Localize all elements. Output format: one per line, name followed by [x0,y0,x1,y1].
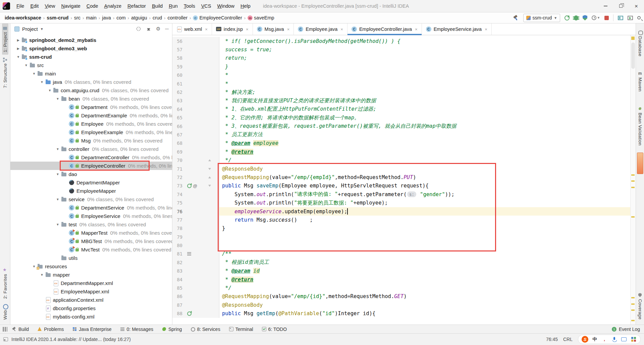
tree-row-utils[interactable]: utils [10,254,172,262]
tree-row-departmentexample[interactable]: DepartmentExample0% methods, 0% lines co… [10,111,172,120]
code-text[interactable]: * 2、它的作用; 将请求体中的数据解析包装成一个map。 [219,114,630,122]
spring-mapping-icon[interactable] [187,184,192,188]
tool-window-tab-database[interactable]: Database [637,27,643,59]
search-everywhere-icon[interactable] [637,16,641,19]
close-icon[interactable]: × [246,27,249,32]
menu-vcs[interactable]: VCS [198,2,214,10]
close-icon[interactable]: × [485,27,487,32]
tool-window-tab----project[interactable]: 1: Project [2,23,8,55]
editor-tab-index-jsp[interactable]: index.jsp× [212,23,253,35]
tree-expanded-icon[interactable]: ▼ [55,223,61,226]
tree-row-bean[interactable]: ▼bean0% classes, 0% lines covered [10,95,172,103]
tree-row-service[interactable]: ▼service0% classes, 0% lines covered [10,195,172,204]
spring-mapping-icon[interactable] [187,311,192,316]
code-text[interactable]: @RequestMapping(value="/emp/{empId}",met… [219,173,630,181]
tree-expanded-icon[interactable]: ▼ [23,63,30,67]
punctuation-icon[interactable]: ， [601,336,608,343]
profiler-button[interactable]: ▼ [592,15,600,20]
debug-bug-icon[interactable] [574,15,578,20]
tool-window-tab----structure[interactable]: 7: Structure [2,55,8,90]
code-text[interactable]: * 根据id查询员工 [219,258,630,267]
tree-row-employeeexample[interactable]: EmployeeExample0% methods, 0% lines cove… [10,128,172,136]
tool-window-icon[interactable] [618,16,623,20]
tool-window-button-6--todo[interactable]: 6: TODO [262,327,287,332]
tool-window-tab----favorites[interactable]: ★2: Favorites [2,265,8,301]
breadcrumb-item-main[interactable]: main [86,15,96,20]
stop-icon[interactable] [604,16,609,20]
tree-row-dao[interactable]: ▼dao [10,170,172,178]
code-text[interactable]: public Msg getEmp(@PathVariable("id")Int… [219,309,630,318]
menu-navigate[interactable]: Navigate [58,2,84,10]
tree-expanded-icon[interactable]: ▼ [55,197,61,201]
tool-window-button-terminal[interactable]: Terminal [229,327,253,332]
breadcrumb-item-ssm-crud[interactable]: ssm-crud [47,15,68,20]
menu-help[interactable]: Help [237,2,254,10]
tool-window-button-spring[interactable]: Spring [162,327,182,332]
tree-row-mvctest[interactable]: MvcTest0% methods, 0% lines covered [10,245,172,254]
keyboard-icon[interactable] [621,336,627,343]
code-text[interactable]: * 3、request被重新包装, request.getParameter()… [219,122,630,130]
menu-edit[interactable]: Edit [27,2,42,10]
code-text[interactable]: return Msg.success() ; [219,216,630,224]
caret-position[interactable]: 76:45 [546,337,558,342]
tree-row-mapper[interactable]: ▼mapper [10,271,172,279]
sogou-icon[interactable]: S [582,336,588,343]
menu-tools[interactable]: Tools [181,2,198,10]
tree-row-employeecontroller[interactable]: EmployeeController0% methods, 0% lines c… [10,162,172,170]
close-button[interactable]: × [629,0,644,12]
tree-row-employeeservice[interactable]: EmployeeService0% methods, 0% lines cove… [10,212,172,220]
tree-row-msg[interactable]: Msg0% methods, 0% lines covered [10,136,172,145]
tree-row-springboot-demo3-web[interactable]: ▶springboot_demo3_web [10,44,172,53]
tree-expanded-icon[interactable]: ▼ [15,55,21,59]
code-text[interactable]: public Msg saveEmp(Employee employee, Ht… [219,182,630,190]
breadcrumb-item-java[interactable]: java [102,15,111,20]
tree-expanded-icon[interactable]: ▼ [39,80,45,84]
locate-file-icon[interactable] [136,26,141,32]
code-text[interactable]: @ResponseBody [219,165,630,173]
tree-expanded-icon[interactable]: ▼ [55,147,61,151]
code-text[interactable]: return; [219,54,630,62]
chevron-down-icon[interactable]: ▼ [40,27,44,31]
tree-row-mbgtest[interactable]: MBGTest0% methods, 0% lines covered [10,237,172,245]
tool-window-tab-bean-validation[interactable]: Bean Validation [637,104,643,148]
coverage-shield-icon[interactable] [583,15,587,20]
tree-expanded-icon[interactable]: ▼ [47,89,53,92]
tool-window-button-8--services[interactable]: 8: Services [191,327,220,332]
menu-run[interactable]: Run [166,2,181,10]
tree-expanded-icon[interactable]: ▼ [39,273,45,277]
breadcrumb-item-src[interactable]: src [74,15,80,20]
tree-row-java[interactable]: ▼java0% classes, 0% lines covered [10,78,172,86]
fold-marker[interactable] [208,185,211,187]
tree-row-employee[interactable]: Employee0% methods, 0% lines covered [10,120,172,128]
breadcrumb-item-employeecontroller[interactable]: CEmployeeController [193,15,242,20]
tree-row-test[interactable]: ▼test0% classes, 0% lines covered [10,220,172,229]
fold-marker[interactable] [208,159,211,161]
code-text[interactable]: * 我们要能支持直接发送PUT之类的请求还要封装请求体中的数据 [219,97,630,105]
tree-row-springboot-demo2-mybatis[interactable]: ▶springboot_demo2_mybatis [10,36,172,44]
tool-window-tab-maven[interactable]: mMaven [637,69,643,94]
hide-panel-icon[interactable]: ─ [165,26,169,32]
microphone-icon[interactable] [611,336,618,343]
tree-row-department[interactable]: Department0% methods, 0% lines covered [10,103,172,111]
tree-row-controller[interactable]: ▼controller0% classes, 0% lines covered [10,145,172,153]
code-text[interactable]: @ResponseBody [219,301,630,309]
tree-row-applicationcontext-xml[interactable]: applicationContext.xml [10,296,172,304]
tree-row-ssm-crud[interactable]: ▼ssm-crud [10,53,172,61]
minimize-button[interactable] [598,0,613,12]
editor-scrollbar[interactable] [630,35,636,325]
tree-row-com-atguigu-crud[interactable]: ▼com.atguigu.crud0% classes, 0% lines co… [10,86,172,95]
tree-expanded-icon[interactable]: ▼ [55,172,61,176]
breadcrumb-item-crud[interactable]: crud [153,15,162,20]
menu-view[interactable]: View [42,2,58,10]
breadcrumb-item-saveemp[interactable]: msaveEmp [248,15,274,20]
code-text[interactable]: * [219,79,630,88]
build-hammer-icon[interactable] [513,15,519,21]
event-log-button[interactable]: 1Event Log [612,327,640,332]
scrollbar-thumb[interactable] [631,43,635,69]
run-icon[interactable] [565,15,570,20]
breadcrumb-item-atguigu[interactable]: atguigu [131,15,147,20]
tree-collapsed-icon[interactable]: ▶ [15,38,21,42]
tree-expanded-icon[interactable]: ▼ [55,97,61,101]
code-text[interactable] [219,241,630,249]
tool-window-tab-web[interactable]: Web [2,301,8,322]
